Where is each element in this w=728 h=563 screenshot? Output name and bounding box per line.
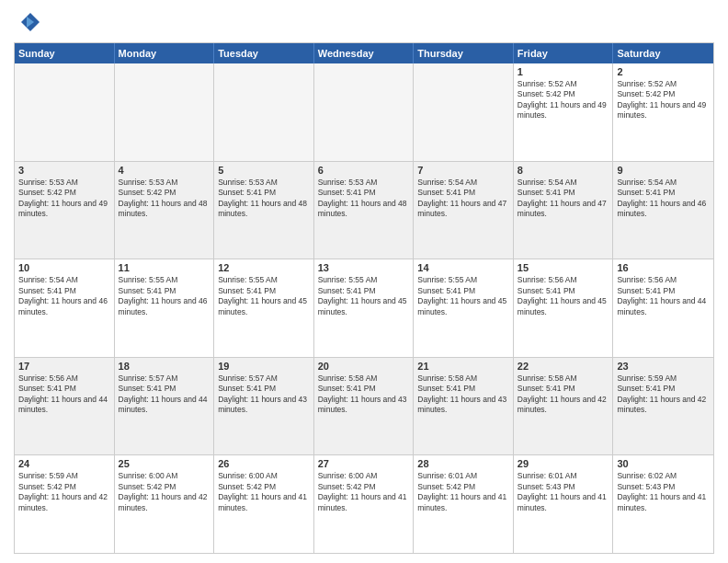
day-number: 2 [617, 66, 710, 77]
day-number: 15 [518, 262, 609, 273]
cell-details: Sunrise: 5:56 AMSunset: 5:41 PMDaylight:… [18, 373, 110, 416]
calendar-cell: 24Sunrise: 5:59 AMSunset: 5:42 PMDayligh… [15, 455, 115, 553]
calendar-cell: 25Sunrise: 6:00 AMSunset: 5:42 PMDayligh… [115, 455, 215, 553]
cell-details: Sunrise: 5:56 AMSunset: 5:41 PMDaylight:… [617, 275, 710, 317]
day-number: 17 [18, 361, 110, 372]
calendar-cell: 19Sunrise: 5:57 AMSunset: 5:41 PMDayligh… [214, 358, 314, 455]
calendar-cell [15, 63, 115, 161]
calendar-cell: 4Sunrise: 5:53 AMSunset: 5:42 PMDaylight… [115, 162, 215, 259]
cell-details: Sunrise: 5:57 AMSunset: 5:41 PMDaylight:… [119, 373, 210, 416]
day-number: 4 [119, 165, 210, 176]
cell-details: Sunrise: 5:55 AMSunset: 5:41 PMDaylight:… [417, 275, 509, 317]
calendar-cell: 15Sunrise: 5:56 AMSunset: 5:41 PMDayligh… [514, 259, 614, 357]
calendar-cell: 23Sunrise: 5:59 AMSunset: 5:41 PMDayligh… [613, 358, 713, 455]
cell-details: Sunrise: 5:53 AMSunset: 5:42 PMDaylight:… [119, 178, 210, 220]
logo-area [14, 9, 43, 35]
cell-details: Sunrise: 6:00 AMSunset: 5:42 PMDaylight:… [318, 471, 410, 513]
cell-details: Sunrise: 5:54 AMSunset: 5:41 PMDaylight:… [18, 275, 110, 317]
day-number: 7 [417, 165, 509, 176]
calendar-cell: 5Sunrise: 5:53 AMSunset: 5:41 PMDaylight… [214, 162, 314, 259]
day-number: 8 [518, 165, 609, 176]
calendar-week-2: 3Sunrise: 5:53 AMSunset: 5:42 PMDaylight… [15, 162, 713, 260]
calendar-cell: 26Sunrise: 6:00 AMSunset: 5:42 PMDayligh… [214, 455, 314, 553]
logo-icon [14, 9, 40, 35]
day-number: 24 [18, 458, 110, 469]
day-number: 5 [218, 165, 310, 176]
cell-details: Sunrise: 5:55 AMSunset: 5:41 PMDaylight:… [119, 275, 210, 317]
day-number: 21 [417, 361, 509, 372]
cell-details: Sunrise: 5:59 AMSunset: 5:42 PMDaylight:… [18, 471, 110, 513]
day-number: 12 [218, 262, 310, 273]
cell-details: Sunrise: 5:56 AMSunset: 5:41 PMDaylight:… [518, 275, 609, 317]
cell-details: Sunrise: 6:02 AMSunset: 5:43 PMDaylight:… [617, 471, 710, 513]
header-day-thursday: Thursday [414, 43, 514, 63]
calendar-cell: 28Sunrise: 6:01 AMSunset: 5:42 PMDayligh… [414, 455, 514, 553]
header-day-monday: Monday [115, 43, 215, 63]
cell-details: Sunrise: 5:58 AMSunset: 5:41 PMDaylight:… [318, 373, 410, 416]
cell-details: Sunrise: 5:54 AMSunset: 5:41 PMDaylight:… [417, 178, 509, 220]
calendar-cell: 8Sunrise: 5:54 AMSunset: 5:41 PMDaylight… [514, 162, 614, 259]
day-number: 29 [518, 458, 609, 469]
calendar-cell: 11Sunrise: 5:55 AMSunset: 5:41 PMDayligh… [115, 259, 215, 357]
cell-details: Sunrise: 5:53 AMSunset: 5:42 PMDaylight:… [18, 178, 110, 220]
calendar-cell: 12Sunrise: 5:55 AMSunset: 5:41 PMDayligh… [214, 259, 314, 357]
day-number: 16 [617, 262, 710, 273]
calendar-cell: 20Sunrise: 5:58 AMSunset: 5:41 PMDayligh… [314, 358, 415, 455]
cell-details: Sunrise: 5:58 AMSunset: 5:41 PMDaylight:… [417, 373, 509, 416]
day-number: 1 [518, 66, 609, 77]
calendar-cell: 9Sunrise: 5:54 AMSunset: 5:41 PMDaylight… [613, 162, 713, 259]
calendar-cell [214, 63, 314, 161]
cell-details: Sunrise: 5:57 AMSunset: 5:41 PMDaylight:… [218, 373, 310, 416]
calendar-cell: 18Sunrise: 5:57 AMSunset: 5:41 PMDayligh… [115, 358, 215, 455]
day-number: 11 [119, 262, 210, 273]
cell-details: Sunrise: 5:55 AMSunset: 5:41 PMDaylight:… [218, 275, 310, 317]
calendar-cell [115, 63, 215, 161]
calendar-cell: 10Sunrise: 5:54 AMSunset: 5:41 PMDayligh… [15, 259, 115, 357]
cell-details: Sunrise: 5:59 AMSunset: 5:41 PMDaylight:… [617, 373, 710, 416]
cell-details: Sunrise: 5:54 AMSunset: 5:41 PMDaylight:… [518, 178, 609, 220]
header-day-saturday: Saturday [613, 43, 713, 63]
day-number: 9 [617, 165, 710, 176]
calendar: SundayMondayTuesdayWednesdayThursdayFrid… [14, 42, 714, 554]
calendar-cell: 21Sunrise: 5:58 AMSunset: 5:41 PMDayligh… [414, 358, 514, 455]
day-number: 27 [318, 458, 410, 469]
cell-details: Sunrise: 6:00 AMSunset: 5:42 PMDaylight:… [119, 471, 210, 513]
calendar-cell: 1Sunrise: 5:52 AMSunset: 5:42 PMDaylight… [514, 63, 614, 161]
day-number: 3 [18, 165, 110, 176]
day-number: 26 [218, 458, 310, 469]
day-number: 23 [617, 361, 710, 372]
calendar-header: SundayMondayTuesdayWednesdayThursdayFrid… [15, 43, 713, 63]
cell-details: Sunrise: 5:52 AMSunset: 5:42 PMDaylight:… [617, 79, 710, 121]
day-number: 25 [119, 458, 210, 469]
calendar-cell: 6Sunrise: 5:53 AMSunset: 5:41 PMDaylight… [314, 162, 415, 259]
cell-details: Sunrise: 6:01 AMSunset: 5:42 PMDaylight:… [417, 471, 509, 513]
calendar-week-4: 17Sunrise: 5:56 AMSunset: 5:41 PMDayligh… [15, 358, 713, 456]
calendar-cell: 22Sunrise: 5:58 AMSunset: 5:41 PMDayligh… [514, 358, 614, 455]
day-number: 18 [119, 361, 210, 372]
cell-details: Sunrise: 5:52 AMSunset: 5:42 PMDaylight:… [518, 79, 609, 121]
calendar-cell: 3Sunrise: 5:53 AMSunset: 5:42 PMDaylight… [15, 162, 115, 259]
header-day-tuesday: Tuesday [214, 43, 314, 63]
calendar-cell [314, 63, 415, 161]
calendar-week-5: 24Sunrise: 5:59 AMSunset: 5:42 PMDayligh… [15, 455, 713, 553]
day-number: 6 [318, 165, 410, 176]
day-number: 14 [417, 262, 509, 273]
cell-details: Sunrise: 6:01 AMSunset: 5:43 PMDaylight:… [518, 471, 609, 513]
calendar-cell: 16Sunrise: 5:56 AMSunset: 5:41 PMDayligh… [613, 259, 713, 357]
header [14, 9, 714, 35]
page: SundayMondayTuesdayWednesdayThursdayFrid… [0, 0, 728, 563]
calendar-cell: 2Sunrise: 5:52 AMSunset: 5:42 PMDaylight… [613, 63, 713, 161]
calendar-body: 1Sunrise: 5:52 AMSunset: 5:42 PMDaylight… [15, 63, 713, 553]
day-number: 10 [18, 262, 110, 273]
day-number: 22 [518, 361, 609, 372]
calendar-cell [414, 63, 514, 161]
calendar-cell: 13Sunrise: 5:55 AMSunset: 5:41 PMDayligh… [314, 259, 415, 357]
cell-details: Sunrise: 5:58 AMSunset: 5:41 PMDaylight:… [518, 373, 609, 416]
calendar-week-3: 10Sunrise: 5:54 AMSunset: 5:41 PMDayligh… [15, 259, 713, 358]
day-number: 28 [417, 458, 509, 469]
day-number: 13 [318, 262, 410, 273]
cell-details: Sunrise: 5:53 AMSunset: 5:41 PMDaylight:… [218, 178, 310, 220]
calendar-week-1: 1Sunrise: 5:52 AMSunset: 5:42 PMDaylight… [15, 63, 713, 162]
cell-details: Sunrise: 6:00 AMSunset: 5:42 PMDaylight:… [218, 471, 310, 513]
cell-details: Sunrise: 5:53 AMSunset: 5:41 PMDaylight:… [318, 178, 410, 220]
